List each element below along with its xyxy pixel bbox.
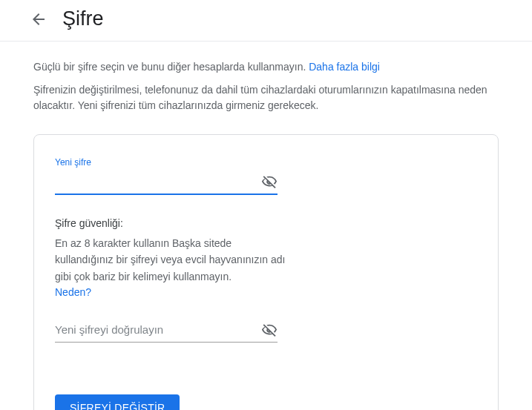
password-card: Yeni şifre Şifre güvenliği: En az 8 kara… — [33, 134, 499, 410]
intro-text: Güçlü bir şifre seçin ve bunu diğer hesa… — [33, 59, 499, 75]
page-title: Şifre — [62, 7, 104, 30]
why-link[interactable]: Neden? — [55, 286, 91, 298]
learn-more-link[interactable]: Daha fazla bilgi — [309, 61, 380, 73]
new-password-input-row — [55, 172, 278, 195]
change-password-button[interactable]: ŞİFREYİ DEĞİŞTİR — [55, 394, 180, 410]
page-header: Şifre — [0, 0, 532, 42]
warning-text: Şifrenizin değiştirilmesi, telefonunuz d… — [33, 82, 499, 113]
confirm-password-field — [55, 320, 278, 343]
new-password-label: Yeni şifre — [55, 157, 278, 168]
back-arrow-icon[interactable] — [30, 10, 47, 28]
new-password-input[interactable] — [55, 172, 261, 191]
strength-title: Şifre güvenliği: — [55, 217, 477, 229]
confirm-password-input-row — [55, 320, 278, 343]
content: Güçlü bir şifre seçin ve bunu diğer hesa… — [0, 42, 532, 410]
visibility-off-icon[interactable] — [261, 322, 278, 338]
intro-body: Güçlü bir şifre seçin ve bunu diğer hesa… — [33, 61, 309, 73]
new-password-field: Yeni şifre — [55, 157, 278, 195]
strength-body: En az 8 karakter kullanın Başka sitede k… — [55, 235, 292, 285]
visibility-off-icon[interactable] — [261, 173, 278, 190]
confirm-password-input[interactable] — [55, 320, 261, 339]
password-strength-section: Şifre güvenliği: En az 8 karakter kullan… — [55, 217, 477, 320]
